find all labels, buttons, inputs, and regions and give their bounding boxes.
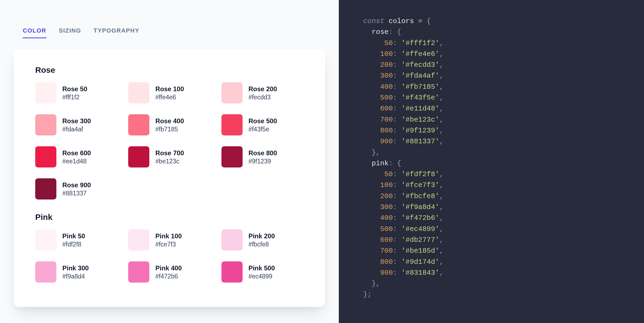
swatch-pink-300: Pink 300#f9a8d4: [35, 261, 117, 283]
swatch-rose-800: Rose 800#9f1239: [221, 146, 304, 167]
swatch-chip: [35, 146, 56, 167]
swatch-chip: [128, 114, 149, 135]
swatch-label: Pink 200: [249, 232, 275, 240]
swatch-text: Rose 100#ffe4e6: [155, 85, 184, 101]
swatch-label: Pink 100: [155, 232, 182, 240]
swatch-hex: #fda4af: [62, 126, 91, 133]
swatch-hex: #ec4899: [249, 273, 275, 280]
swatch-hex: #ee1d48: [62, 158, 91, 165]
tab-typography[interactable]: TYPOGRAPHY: [94, 27, 139, 38]
swatch-text: Rose 900#881337: [62, 181, 91, 197]
swatch-label: Pink 300: [62, 264, 89, 273]
swatch-chip: [35, 178, 56, 199]
tab-color[interactable]: COLOR: [23, 27, 46, 38]
swatch-hex: #f9a8d4: [62, 273, 89, 280]
swatch-text: Rose 300#fda4af: [62, 117, 91, 133]
swatch-pink-500: Pink 500#ec4899: [221, 261, 304, 283]
swatch-chip: [35, 82, 56, 103]
swatch-rose-900: Rose 900#881337: [35, 178, 117, 199]
swatch-text: Rose 700#be123c: [155, 149, 184, 165]
swatch-chip: [221, 82, 243, 103]
swatch-chip: [128, 146, 149, 167]
swatch-text: Rose 500#f43f5e: [249, 117, 277, 133]
swatch-label: Rose 600: [62, 149, 91, 157]
tab-sizing[interactable]: SIZING: [59, 27, 81, 38]
code-pane: const colors = { rose: { 50: '#fff1f2', …: [339, 0, 644, 323]
swatch-label: Pink 50: [62, 232, 85, 240]
swatch-label: Rose 50: [62, 85, 87, 93]
swatch-hex: #9f1239: [249, 158, 277, 165]
swatch-chip: [35, 229, 56, 251]
swatch-pink-100: Pink 100#fce7f3: [128, 229, 210, 251]
swatch-label: Rose 400: [155, 117, 184, 125]
swatch-text: Rose 600#ee1d48: [62, 149, 91, 165]
swatch-text: Rose 50#fff1f2: [62, 85, 87, 101]
swatch-chip: [35, 261, 56, 283]
swatch-text: Rose 200#fecdd3: [249, 85, 277, 101]
swatch-text: Rose 400#fb7185: [155, 117, 184, 133]
swatch-text: Pink 100#fce7f3: [155, 232, 182, 248]
group-title-rose: Rose: [35, 65, 304, 75]
swatch-rose-600: Rose 600#ee1d48: [35, 146, 117, 167]
swatch-hex: #f43f5e: [249, 126, 277, 133]
swatch-label: Rose 500: [249, 117, 277, 125]
swatch-pink-400: Pink 400#f472b6: [128, 261, 210, 283]
swatch-text: Pink 50#fdf2f8: [62, 232, 85, 248]
swatch-hex: #fff1f2: [62, 94, 87, 101]
swatch-hex: #fbcfe8: [249, 241, 275, 248]
swatch-rose-100: Rose 100#ffe4e6: [128, 82, 210, 103]
swatch-grid-rose: Rose 50#fff1f2Rose 100#ffe4e6Rose 200#fe…: [35, 82, 304, 199]
palette-card: Rose Rose 50#fff1f2Rose 100#ffe4e6Rose 2…: [14, 49, 325, 307]
swatch-hex: #fecdd3: [249, 94, 277, 101]
swatch-rose-300: Rose 300#fda4af: [35, 114, 117, 135]
swatch-grid-pink: Pink 50#fdf2f8Pink 100#fce7f3Pink 200#fb…: [35, 229, 304, 283]
swatch-text: Pink 200#fbcfe8: [249, 232, 275, 248]
swatch-rose-50: Rose 50#fff1f2: [35, 82, 117, 103]
swatch-text: Pink 500#ec4899: [249, 264, 275, 280]
swatch-label: Rose 900: [62, 181, 91, 189]
swatch-hex: #fb7185: [155, 126, 184, 133]
swatch-hex: #fce7f3: [155, 241, 182, 248]
swatch-hex: #fdf2f8: [62, 241, 85, 248]
swatch-hex: #be123c: [155, 158, 184, 165]
swatch-pink-200: Pink 200#fbcfe8: [221, 229, 304, 251]
swatch-label: Rose 700: [155, 149, 184, 157]
swatch-hex: #f472b6: [155, 273, 182, 280]
swatch-label: Rose 800: [249, 149, 277, 157]
swatch-rose-200: Rose 200#fecdd3: [221, 82, 304, 103]
swatch-chip: [128, 261, 149, 283]
swatch-rose-700: Rose 700#be123c: [128, 146, 210, 167]
swatch-label: Rose 200: [249, 85, 277, 93]
design-tokens-pane: COLOR SIZING TYPOGRAPHY Rose Rose 50#fff…: [0, 0, 339, 323]
swatch-label: Pink 400: [155, 264, 182, 273]
tabs: COLOR SIZING TYPOGRAPHY: [23, 27, 325, 38]
swatch-hex: #881337: [62, 190, 91, 197]
swatch-rose-500: Rose 500#f43f5e: [221, 114, 304, 135]
swatch-chip: [221, 114, 243, 135]
swatch-label: Rose 100: [155, 85, 184, 93]
swatch-chip: [128, 82, 149, 103]
swatch-label: Rose 300: [62, 117, 91, 125]
swatch-rose-400: Rose 400#fb7185: [128, 114, 210, 135]
swatch-chip: [35, 114, 56, 135]
swatch-chip: [221, 261, 243, 283]
swatch-text: Rose 800#9f1239: [249, 149, 277, 165]
swatch-hex: #ffe4e6: [155, 94, 184, 101]
swatch-label: Pink 500: [249, 264, 275, 273]
swatch-chip: [128, 229, 149, 251]
swatch-pink-50: Pink 50#fdf2f8: [35, 229, 117, 251]
swatch-chip: [221, 229, 243, 251]
swatch-text: Pink 300#f9a8d4: [62, 264, 89, 280]
group-title-pink: Pink: [35, 213, 304, 222]
swatch-chip: [221, 146, 243, 167]
swatch-text: Pink 400#f472b6: [155, 264, 182, 280]
